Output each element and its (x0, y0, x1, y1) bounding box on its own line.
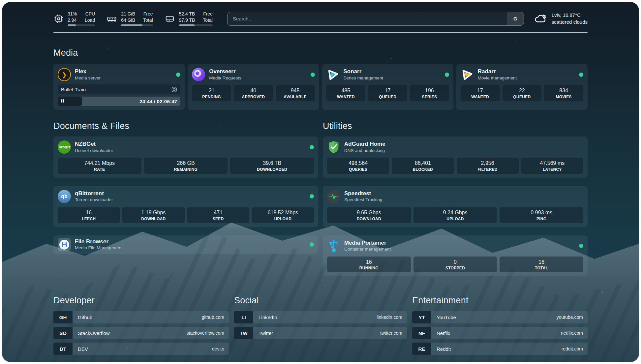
bookmark-reddit[interactable]: RE Reddit reddit.com (412, 343, 588, 355)
bookmark-url: github.com (202, 311, 229, 323)
memory-progress-fill (121, 24, 142, 26)
memory-total: 64 GiB (121, 17, 135, 23)
stat-block: 0.993 ms PING (500, 207, 583, 223)
stat-block: 47.569 ms LATENCY (521, 158, 583, 174)
search-provider-button[interactable]: G (507, 12, 524, 25)
stat-label: TOTAL (500, 266, 583, 270)
bookmarks-section: Developer GH Github github.com SO StackO… (53, 295, 588, 355)
stat-block: 744.21 Mbps RATE (58, 158, 141, 174)
stat-value: 618.52 Mbps (253, 209, 313, 216)
status-dot-online (445, 73, 449, 77)
bookmark-linkedin[interactable]: LI LinkedIn linkedin.com (234, 311, 407, 323)
memory-values: 21 GiB 64 GiB (121, 11, 135, 23)
bookmark-twitter[interactable]: TW Twitter twitter.com (234, 327, 407, 339)
service-card-portainer[interactable]: Media Portainer Container management 16 … (323, 235, 588, 277)
now-playing-icon (171, 87, 177, 92)
service-title-sonarr: Sonarr (344, 68, 383, 75)
disk-free: 52.4 TB (179, 11, 195, 17)
memory-icon (106, 14, 117, 24)
weather-location-temp: Lviv, 16.87°C (552, 12, 588, 18)
cpu-progress-track (68, 24, 95, 26)
bookmark-name: Github (73, 311, 92, 323)
stat-value: 485 (327, 87, 365, 94)
stat-label: LATENCY (522, 167, 583, 172)
stat-block: 16 TOTAL (500, 257, 583, 273)
memory-label-1: Free (143, 11, 153, 17)
bookmark-url: dev.to (212, 343, 229, 355)
bookmark-group-entertainment: Entertainment YT YouTube youtube.com NF … (412, 295, 588, 355)
playback-progress-track[interactable]: 24:44 / 02:06:47 (58, 97, 180, 106)
service-card-filebrowser[interactable]: File Browser Media File Management (53, 235, 318, 254)
stat-value: 21 (193, 87, 230, 94)
resource-widgets: 31% 2.94 CPU Load (53, 11, 213, 26)
stat-value: 17 (461, 87, 499, 94)
bookmark-stackoverflow[interactable]: SO StackOverflow stackoverflow.com (53, 327, 229, 339)
bookmark-dev[interactable]: DT DEV dev.to (53, 343, 229, 355)
cpu-icon (53, 14, 64, 24)
stat-block: 21 PENDING (192, 85, 231, 101)
stat-label: QUERIES (328, 167, 388, 172)
section-title-documents: Documents & Files (53, 121, 318, 131)
bookmark-abbr: LI (234, 311, 253, 323)
stat-block: 1.19 Gbps DOWNLOAD (122, 207, 184, 223)
bookmark-name: Netflix (431, 327, 450, 339)
search-input[interactable] (228, 12, 507, 25)
service-card-overseerr[interactable]: Overseerr Media Requests 21 PENDING 40 A… (188, 64, 319, 110)
stat-block: 86,401 BLOCKED (392, 158, 454, 174)
bookmark-github[interactable]: GH Github github.com (53, 311, 229, 323)
playback-time: 24:44 / 02:06:47 (139, 97, 177, 106)
stat-block: 40 APPROVED (234, 85, 273, 101)
service-card-speedtest[interactable]: Speedtest Speedtest Tracking 9.65 Gbps D… (323, 186, 588, 227)
playback-progress-fill (58, 97, 82, 106)
stat-value: 16 (58, 209, 119, 216)
stat-block: 266 GB REMAINING (144, 158, 228, 174)
adguard-logo-icon (327, 140, 340, 154)
stat-value: 9.65 Gbps (328, 209, 410, 216)
disk-progress-track (179, 24, 213, 26)
service-desc-radarr: Movie management (478, 76, 517, 81)
stat-label: STOPPED (414, 266, 497, 270)
bookmark-group-title: Developer (53, 295, 229, 306)
service-title-speedtest: Speedtest (344, 190, 382, 197)
service-card-qbittorrent[interactable]: qb qBittorrent Torrent downloader 16 LEE… (53, 186, 318, 227)
stat-block: 39.6 TB DOWNLOADED (230, 158, 314, 174)
stat-value: 16 (500, 259, 583, 266)
bookmark-netflix[interactable]: NF Netflix netflix.com (412, 327, 588, 339)
stat-block: 17 WANTED (461, 85, 500, 101)
snow-specks (2, 2, 3, 3)
stat-value: 16 (328, 259, 410, 266)
bookmark-abbr: YT (412, 311, 431, 323)
service-card-sonarr[interactable]: Sonarr Series management 485 WANTED 17 Q… (322, 64, 453, 110)
now-playing-row: Bullet Train (58, 84, 180, 94)
service-card-nzbget[interactable]: nzbget NZBGet Usenet downloader 744.21 M… (53, 136, 318, 178)
media-grid: ❯ Plex Media server Bullet Train (53, 64, 588, 110)
service-desc-speedtest: Speedtest Tracking (344, 197, 382, 202)
bookmark-name: StackOverflow (73, 327, 110, 339)
bookmark-abbr: RE (412, 343, 431, 355)
stat-label: QUEUED (369, 95, 407, 99)
stat-value: 498,564 (328, 160, 388, 167)
bookmark-youtube[interactable]: YT YouTube youtube.com (412, 311, 588, 323)
status-dot-online (311, 73, 315, 77)
stat-block: 9.65 Gbps DOWNLOAD (327, 207, 411, 223)
service-desc-overseerr: Media Requests (209, 76, 241, 81)
portainer-logo-icon (327, 239, 340, 253)
now-playing-title: Bullet Train (61, 87, 86, 92)
status-dot-online (310, 145, 314, 149)
dashboard-window: 31% 2.94 CPU Load (2, 2, 639, 362)
service-card-plex[interactable]: ❯ Plex Media server Bullet Train (53, 64, 185, 110)
stat-value: 0.993 ms (500, 209, 583, 216)
topbar-divider (53, 32, 588, 33)
status-dot-online (176, 73, 180, 77)
disk-label-1: Free (203, 11, 213, 17)
cpu-load: 2.94 (68, 17, 77, 23)
service-card-adguard[interactable]: AdGuard Home DNS and adblocking 498,564 … (323, 136, 588, 178)
status-dot-online (310, 242, 314, 247)
service-title-adguard: AdGuard Home (344, 141, 385, 147)
bookmark-abbr: NF (412, 327, 431, 339)
stat-block: 16 RUNNING (327, 257, 411, 273)
search-bar: G (227, 12, 524, 26)
bookmark-group-title: Entertainment (412, 295, 588, 306)
service-card-radarr[interactable]: Radarr Movie management 17 WANTED 22 QUE… (456, 64, 588, 110)
bookmark-url: twitter.com (380, 327, 407, 339)
